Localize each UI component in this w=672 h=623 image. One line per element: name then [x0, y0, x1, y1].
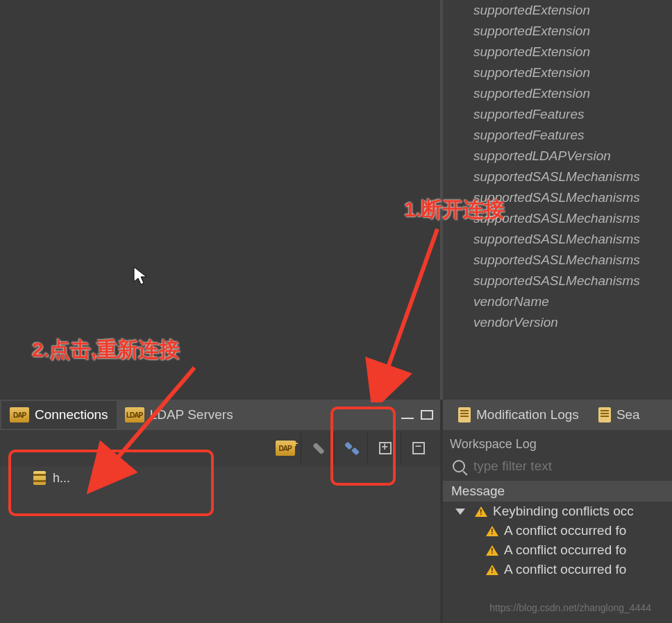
- ldap-servers-icon: LDAP: [125, 407, 144, 423]
- attribute-item[interactable]: supportedSASLMechanisms: [473, 229, 672, 250]
- log-text: Keybinding conflicts occ: [493, 504, 634, 519]
- log-text: A conflict occurred fo: [504, 543, 626, 558]
- log-icon: [458, 407, 471, 423]
- attribute-item[interactable]: supportedFeatures: [473, 125, 672, 146]
- attribute-item[interactable]: supportedLDAPVersion: [473, 146, 672, 167]
- log-item[interactable]: A conflict occurred fo: [443, 540, 672, 560]
- attribute-item[interactable]: vendorName: [473, 291, 672, 312]
- log-item[interactable]: A conflict occurred fo: [443, 521, 672, 540]
- attribute-item[interactable]: vendorVersion: [473, 312, 672, 333]
- attributes-panel: supportedExtension supportedExtension su…: [440, 0, 672, 400]
- message-list: Keybinding conflicts occ A conflict occu…: [443, 502, 672, 579]
- chevron-down-icon[interactable]: [455, 509, 465, 515]
- tab-label: Modification Logs: [476, 407, 579, 423]
- filter-row: [443, 456, 672, 481]
- view-tab-bar: DAP Connections LDAP LDAP Servers: [0, 400, 440, 430]
- warning-icon: [486, 526, 498, 536]
- attribute-list: supportedExtension supportedExtension su…: [443, 0, 672, 333]
- editor-area: [0, 0, 440, 400]
- connections-toolbar: DAP+: [0, 430, 440, 466]
- attribute-item[interactable]: supportedSASLMechanisms: [473, 250, 672, 271]
- new-ldap-icon: DAP+: [276, 441, 295, 456]
- tab-label: Sea: [616, 407, 640, 423]
- tab-label: Connections: [35, 407, 108, 423]
- connection-label: h...: [53, 471, 70, 486]
- log-text: A conflict occurred fo: [504, 523, 626, 538]
- collapse-all-button[interactable]: [403, 433, 435, 463]
- disconnect-button[interactable]: [336, 433, 368, 463]
- tab-search[interactable]: Sea: [590, 401, 648, 429]
- connections-icon: DAP: [10, 407, 29, 423]
- warning-icon: [486, 565, 498, 575]
- attribute-item[interactable]: supportedExtension: [473, 21, 672, 42]
- log-item[interactable]: A conflict occurred fo: [443, 560, 672, 579]
- plug-icon: [309, 438, 328, 458]
- log-tab-bar: Modification Logs Sea: [443, 400, 672, 430]
- maximize-view-button[interactable]: [421, 410, 433, 420]
- attribute-item[interactable]: supportedExtension: [473, 0, 672, 21]
- logs-panel: Workspace Log Message Keybinding conflic…: [443, 430, 672, 623]
- connection-item[interactable]: h...: [0, 466, 440, 490]
- tab-ldap-servers[interactable]: LDAP LDAP Servers: [117, 401, 242, 429]
- warning-icon: [475, 506, 487, 517]
- attribute-item[interactable]: supportedExtension: [473, 42, 672, 62]
- tab-connections[interactable]: DAP Connections: [1, 401, 117, 429]
- tab-bar-controls: [401, 410, 440, 420]
- attribute-item[interactable]: supportedSASLMechanisms: [473, 208, 672, 229]
- message-column-header[interactable]: Message: [443, 481, 672, 502]
- expand-all-button[interactable]: [369, 433, 401, 463]
- workspace-log-title: Workspace Log: [443, 430, 672, 456]
- minimize-view-button[interactable]: [401, 411, 414, 419]
- connections-list: h...: [0, 466, 440, 623]
- attribute-item[interactable]: supportedExtension: [473, 62, 672, 83]
- warning-icon: [486, 545, 498, 556]
- attribute-item[interactable]: supportedFeatures: [473, 104, 672, 125]
- new-connection-button[interactable]: DAP+: [269, 433, 301, 463]
- collapse-icon: [412, 442, 425, 454]
- log-text: A conflict occurred fo: [504, 562, 626, 577]
- filter-input[interactable]: [473, 459, 640, 474]
- disconnect-icon: [342, 438, 362, 458]
- tab-label: LDAP Servers: [150, 407, 233, 423]
- search-icon: [453, 460, 465, 472]
- log-item[interactable]: Keybinding conflicts occ: [443, 502, 672, 521]
- connection-icon: [33, 471, 46, 485]
- attribute-item[interactable]: supportedExtension: [473, 83, 672, 104]
- attribute-item[interactable]: supportedSASLMechanisms: [473, 187, 672, 208]
- expand-icon: [379, 442, 392, 454]
- tab-modification-logs[interactable]: Modification Logs: [450, 401, 587, 429]
- attribute-item[interactable]: supportedSASLMechanisms: [473, 271, 672, 291]
- search-tab-icon: [598, 407, 611, 423]
- connect-button[interactable]: [303, 433, 335, 463]
- attribute-item[interactable]: supportedSASLMechanisms: [473, 167, 672, 187]
